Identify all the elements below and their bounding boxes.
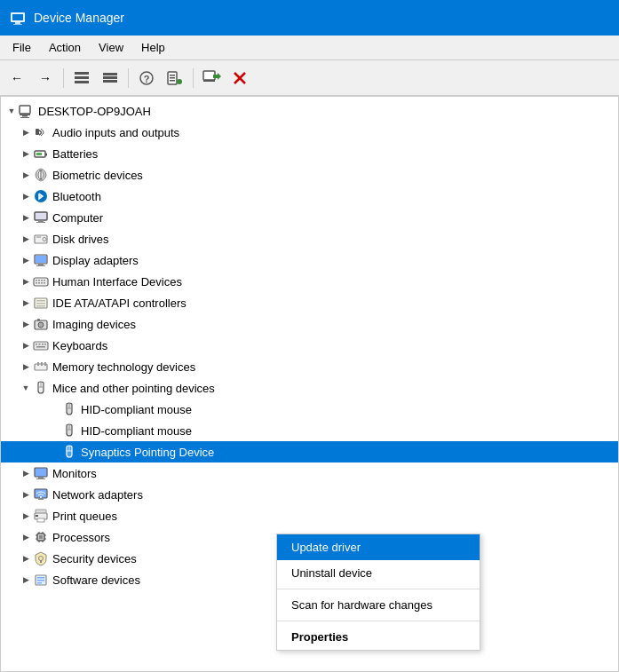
keyboard-label: Keyboards [52,339,107,352]
svg-rect-44 [36,265,45,266]
menu-file[interactable]: File [4,38,40,57]
svg-rect-13 [170,75,175,76]
svg-rect-36 [35,212,47,220]
bluetooth-expander[interactable] [19,189,33,203]
svg-rect-103 [37,577,44,579]
tree-item-batteries[interactable]: Batteries [1,143,618,164]
hid-mouse-1-label: HID-compliant mouse [81,403,192,416]
tree-item-hid[interactable]: Human Interface Devices [1,271,618,292]
svg-rect-88 [37,518,44,522]
imaging-expander[interactable] [19,317,33,331]
menu-action[interactable]: Action [40,38,90,57]
security-label: Security devices [52,552,137,565]
batteries-expander[interactable] [19,146,33,161]
svg-rect-43 [38,264,44,265]
menu-bar: File Action View Help [0,36,619,60]
svg-rect-57 [36,303,45,304]
svg-rect-53 [41,282,43,284]
svg-rect-52 [38,282,40,284]
title-bar: Device Manager [0,0,619,36]
mice-expander[interactable] [19,381,33,395]
context-menu-uninstall[interactable]: Uninstall device [277,560,480,586]
network-label: Network adapters [52,488,143,502]
tree-item-biometric[interactable]: Biometric devices [1,164,618,186]
display-icon [33,252,49,268]
security-icon [33,550,49,566]
svg-rect-9 [103,80,117,83]
forward-button[interactable]: → [32,66,59,91]
main-content[interactable]: DESKTOP-OP9JOAH Audio inputs and outputs [0,96,619,672]
network-expander[interactable] [19,487,33,502]
computer-icon [33,210,49,225]
tree-item-network[interactable]: Network adapters [1,484,618,505]
tree-item-display[interactable]: Display adapters [1,249,618,271]
svg-rect-105 [37,582,42,584]
menu-help[interactable]: Help [132,38,174,57]
properties-button[interactable] [162,66,188,91]
tree-item-hid-mouse-2[interactable]: HID-compliant mouse [1,420,618,441]
hid-mouse-2-icon [61,423,77,439]
tree-item-disk[interactable]: Disk drives [1,228,618,249]
tree-item-mice[interactable]: Mice and other pointing devices [1,377,618,399]
ide-icon [33,295,49,311]
svg-rect-80 [35,468,47,477]
update-driver-button[interactable] [198,66,225,91]
tree-item-memory[interactable]: Memory technology devices [1,356,618,377]
synaptics-label: Synaptics Pointing Device [81,446,214,459]
svg-rect-62 [34,342,48,350]
svg-rect-65 [42,344,44,345]
tree-item-ide[interactable]: IDE ATA/ATAPI controllers [1,292,618,313]
processors-expander[interactable] [19,530,33,544]
svg-text:?: ? [144,74,150,84]
tree-item-audio[interactable]: Audio inputs and outputs [1,122,618,143]
computer-expander[interactable] [19,210,33,225]
uninstall-button[interactable] [226,66,253,91]
tree-item-synaptics[interactable]: Synaptics Pointing Device [1,441,618,462]
tree-item-hid-mouse-1[interactable]: HID-compliant mouse [1,399,618,420]
svg-rect-22 [20,106,30,114]
audio-icon [33,124,49,140]
show-hide-button[interactable] [68,66,95,91]
svg-point-85 [40,496,42,498]
help-button[interactable]: ? [133,66,160,91]
tree-item-imaging[interactable]: Imaging devices [1,313,618,335]
memory-expander[interactable] [19,360,33,374]
svg-rect-104 [37,580,44,581]
menu-view[interactable]: View [90,38,132,57]
svg-rect-45 [36,256,46,263]
computer-label: Computer [52,211,103,225]
tree-item-monitors[interactable]: Monitors [1,462,618,484]
disk-label: Disk drives [52,233,109,246]
monitors-expander[interactable] [19,466,33,480]
hid-icon [33,273,49,289]
list-button[interactable] [97,66,123,91]
svg-rect-39 [35,235,47,243]
tree-item-print[interactable]: Print queues [1,505,618,526]
audio-expander[interactable] [19,125,33,139]
tree-item-computer[interactable]: Computer [1,207,618,228]
context-menu-scan[interactable]: Scan for hardware changes [277,592,480,618]
imaging-label: Imaging devices [52,318,136,331]
tree-root[interactable]: DESKTOP-OP9JOAH [1,100,618,122]
context-menu-update[interactable]: Update driver [277,534,480,560]
imaging-icon [33,316,49,332]
keyboard-expander[interactable] [19,338,33,352]
biometric-icon [33,167,49,183]
disk-expander[interactable] [19,232,33,246]
back-button[interactable]: ← [4,66,30,91]
ide-expander[interactable] [19,296,33,310]
svg-rect-66 [44,344,46,345]
svg-rect-50 [44,280,45,281]
software-expander[interactable] [19,573,33,587]
biometric-expander[interactable] [19,168,33,182]
tree-item-bluetooth[interactable]: Bluetooth [1,186,618,207]
display-expander[interactable] [19,253,33,267]
security-expander[interactable] [19,551,33,565]
root-expander[interactable] [4,104,19,118]
print-expander[interactable] [19,509,33,523]
tree-item-keyboard[interactable]: Keyboards [1,335,618,356]
svg-rect-71 [44,362,46,366]
hid-label: Human Interface Devices [52,275,182,289]
context-menu-properties[interactable]: Properties [277,624,480,650]
hid-expander[interactable] [19,274,33,289]
